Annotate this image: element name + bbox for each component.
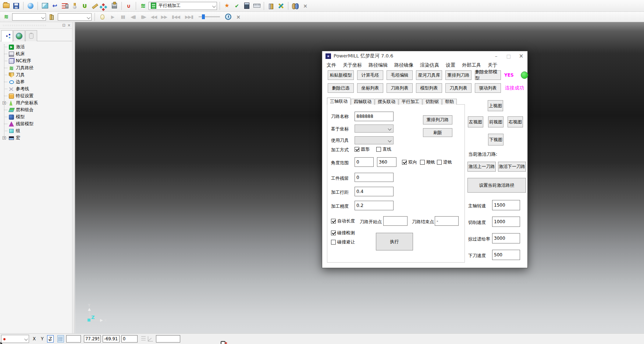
grid-snap-icon[interactable]: [57, 335, 64, 343]
drive-list-button[interactable]: 驱动列表: [475, 83, 501, 93]
workplane-combo[interactable]: [1, 335, 29, 343]
tree-item-levels[interactable]: 层和组合: [0, 106, 74, 113]
tool-combo[interactable]: [58, 13, 92, 21]
plunge-mill-icon[interactable]: ∪: [124, 1, 133, 10]
menu-settings[interactable]: 设置: [445, 61, 456, 69]
clock-icon[interactable]: [224, 13, 232, 21]
axis-y-button[interactable]: Y: [39, 335, 46, 343]
tool-library-button[interactable]: 星河刀具库: [416, 70, 442, 80]
menu-about[interactable]: 关于: [487, 61, 498, 69]
play-icon[interactable]: ▶: [108, 13, 117, 21]
auto-length-checkbox[interactable]: 自动长度: [331, 218, 355, 224]
refresh-button[interactable]: 刷新: [423, 128, 452, 137]
expand-icon[interactable]: +: [3, 101, 6, 105]
tools-icon[interactable]: [47, 13, 56, 21]
cross-arrows-icon[interactable]: [277, 1, 285, 10]
execute-button[interactable]: 执行: [376, 233, 413, 250]
open-file-icon[interactable]: [2, 1, 11, 10]
tree-item-toolpath[interactable]: ≋刀具路径: [0, 64, 74, 71]
go-end-icon[interactable]: ▶▶▮: [183, 13, 195, 21]
maximize-icon[interactable]: □: [502, 51, 515, 61]
tab-explorer-tree[interactable]: [1, 30, 13, 42]
tool-pair-icon[interactable]: [267, 1, 275, 10]
rearrange-button[interactable]: 重排列刀路: [423, 115, 452, 124]
tab-globe[interactable]: [13, 30, 25, 41]
tree-item-pattern[interactable]: 参考线: [0, 85, 74, 92]
collision-check-checkbox[interactable]: 碰撞检测: [331, 230, 355, 236]
view-left-button[interactable]: 左视图: [468, 116, 483, 127]
pause-icon[interactable]: ▮▮: [118, 13, 127, 21]
tree-item-nc-program[interactable]: NC程序: [0, 57, 74, 64]
delete-all-models-button[interactable]: 删除全部模型: [475, 70, 501, 80]
menu-path-mirror[interactable]: 路径镜像: [394, 61, 414, 69]
dialog-titlebar[interactable]: ★ PowerMILL 忆梦星河 7.0.6 – □ ×: [322, 51, 527, 61]
rearrange-toolpath-button[interactable]: 重排列刀路: [445, 70, 472, 80]
tool-list-button[interactable]: 刀具列表: [445, 83, 472, 93]
panel-restore-icon[interactable]: ⊡: [62, 23, 65, 27]
use-tool-select[interactable]: [355, 136, 394, 144]
tool-holder-icon[interactable]: [110, 1, 119, 10]
toolpath-lines-icon[interactable]: [60, 1, 69, 10]
both-direction-checkbox[interactable]: 双向: [402, 159, 417, 165]
collision-avoid-checkbox[interactable]: 碰撞避让: [331, 239, 355, 245]
strategy-dropdown[interactable]: 平行精加工: [149, 2, 217, 10]
tab-parallel[interactable]: 平行加工: [399, 99, 422, 105]
circle-checkbox[interactable]: 圆形: [355, 146, 370, 152]
menu-file[interactable]: 文件: [326, 61, 337, 69]
close-icon[interactable]: ×: [515, 51, 527, 61]
snap-value-field[interactable]: [66, 335, 81, 343]
menu-external-tools[interactable]: 外部工具: [461, 61, 482, 69]
toolbar-close-icon[interactable]: ×: [234, 13, 243, 21]
block-icon[interactable]: [40, 1, 49, 10]
save-icon[interactable]: [12, 1, 21, 10]
tab-saw[interactable]: 切割锯: [423, 99, 442, 105]
calculator-icon[interactable]: [242, 1, 251, 10]
pattern-points-icon[interactable]: [100, 1, 109, 10]
rewind-icon[interactable]: ◀◀: [149, 13, 158, 21]
view-front-button[interactable]: 前视图: [488, 116, 504, 127]
view-bottom-button[interactable]: 下视图: [488, 134, 504, 145]
climb-mill-checkbox[interactable]: 顺铣: [420, 159, 435, 165]
view-top-button[interactable]: 上视图: [488, 100, 503, 111]
go-start-icon[interactable]: ▮◀◀: [170, 13, 182, 21]
stock-remain-input[interactable]: [355, 173, 394, 182]
end-point-input[interactable]: [435, 216, 459, 226]
measure-field[interactable]: [156, 335, 180, 343]
cylinders-icon[interactable]: [291, 1, 300, 10]
slider-handle[interactable]: [202, 14, 205, 19]
tab-4axis[interactable]: 四轴联动: [351, 99, 374, 105]
line-checkbox[interactable]: 直线: [376, 146, 391, 152]
speed-slider[interactable]: [199, 16, 220, 17]
toolbar-close-icon[interactable]: ×: [301, 1, 310, 10]
star-tool-icon[interactable]: ★: [223, 1, 231, 10]
calc-stock-button[interactable]: 计算毛坯: [357, 70, 383, 80]
tree-item-group[interactable]: 组: [0, 127, 74, 134]
start-point-input[interactable]: [383, 216, 408, 226]
coord-z-field[interactable]: [121, 335, 138, 343]
tree-item-workplane[interactable]: +用户坐标系: [0, 99, 74, 106]
tree-item-machine[interactable]: 机床: [0, 50, 74, 57]
panel-close-icon[interactable]: ×: [68, 23, 71, 27]
panel-splitter[interactable]: [72, 22, 74, 333]
spindle-speed-input[interactable]: [492, 200, 520, 210]
undo-arrow-icon[interactable]: ↩: [50, 1, 59, 10]
viewport-3d[interactable]: Y X Z ★ PowerMILL 忆梦星河 7.0.6 – □ × 文件 关于…: [75, 22, 644, 333]
sim-pause-icon[interactable]: [221, 341, 225, 344]
plunge-feed-input[interactable]: [492, 250, 520, 260]
set-active-path-button[interactable]: 设置当前激活路径: [467, 178, 526, 193]
fast-forward-icon[interactable]: ▶▶: [160, 13, 168, 21]
cutting-feed-input[interactable]: [492, 217, 520, 227]
stepover-input[interactable]: [355, 187, 394, 196]
print-preview-icon[interactable]: [26, 1, 35, 10]
ruler-icon[interactable]: [252, 1, 261, 10]
angle-from-input[interactable]: [355, 157, 374, 167]
menu-coords[interactable]: 关于坐标: [342, 61, 363, 69]
axis-x-button[interactable]: X: [31, 335, 38, 343]
verify-check-icon[interactable]: ✔: [232, 1, 241, 10]
tree-item-model[interactable]: 模型: [0, 113, 74, 120]
tree-item-stock-model[interactable]: 残留模型: [0, 120, 74, 127]
coord-x-field[interactable]: [84, 335, 101, 343]
delete-selected-button[interactable]: 删除已选: [328, 83, 354, 93]
activate-prev-toolpath-button[interactable]: 激活上一刀路: [467, 162, 496, 172]
tree-item-activate[interactable]: ▶激活: [0, 43, 74, 50]
